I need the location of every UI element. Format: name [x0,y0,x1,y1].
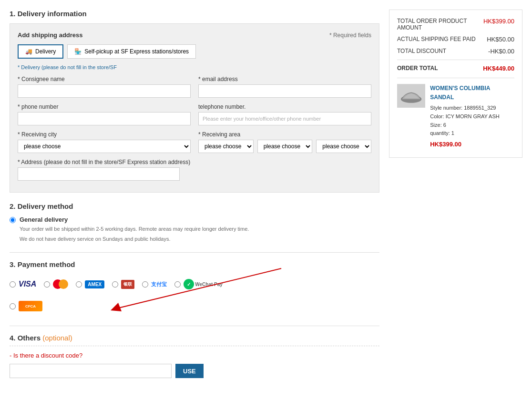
telephone-group: telephone number. [198,103,371,125]
shipping-fee-value: HK$50.00 [487,36,514,43]
receiving-city-group: * Receiving city please choose [18,131,191,153]
delivery-tabs: 🚚 Delivery 🏪 Self-pickup at SF Express s… [18,44,371,59]
receiving-area-label: * Receiving area [198,131,371,138]
wechat-label: WeChat Pay [195,282,223,287]
delivery-method-section: 2. Delivery method General delivery Your… [10,202,379,243]
dashed-divider [10,346,379,346]
consignee-label: * Consignee name [18,76,191,82]
address-input[interactable] [18,167,180,181]
unionpay-radio[interactable] [112,281,118,288]
visa-radio[interactable] [10,281,16,288]
product-quantity: quantity: 1 [430,129,514,138]
visa-logo: VISA [19,280,36,288]
others-section: 4. Others (optional) - Is there a discou… [10,334,379,378]
payment-options-row: VISA AMEX 银联 [10,274,379,294]
optional-label: (optional) [42,334,72,342]
use-button[interactable]: USE [175,364,204,378]
payment-options-row-2: CFCA [10,296,379,316]
order-total-row: ORDER TOTAL HK$449.00 [397,60,514,72]
product-details: WOMEN'S COLUMBIA SANDAL Style number: 18… [430,84,514,150]
product-image [397,84,425,108]
alipay-logo: 支付宝 [151,281,167,288]
mc-circle-yellow [59,279,68,289]
payment-method-section: 3. Payment method VISA AMEX [10,260,379,316]
order-sidebar: TOTAL ORDER PRODUCT AMOUNT HK$399.00 ACT… [389,10,522,378]
wechat-logo: ✓ WeChat Pay [184,279,223,289]
product-thumbnail [397,84,425,108]
total-product-label: TOTAL ORDER PRODUCT AMOUNT [397,18,483,31]
consignee-email-row: * Consignee name * email address [18,76,371,98]
discount-row-summary: TOTAL DISCOUNT -HK$0.00 [397,48,514,55]
delivery-note: * Delivery (please do not fill in the st… [18,64,371,70]
others-title: 4. Others (optional) [10,334,379,342]
cfca-logo: CFCA [19,301,42,311]
email-input[interactable] [198,84,371,98]
order-summary-box: TOTAL ORDER PRODUCT AMOUNT HK$399.00 ACT… [389,10,522,158]
total-product-value: HK$399.00 [483,18,514,31]
discount-toggle[interactable]: - Is there a discount code? [10,352,379,359]
unionpay-logo: 银联 [121,280,134,289]
payment-option-amex: AMEX [76,280,104,288]
phone-input[interactable] [18,112,191,125]
consignee-input[interactable] [18,84,191,98]
shipping-fee-label: ACTUAL SHIPPING FEE PAID [397,36,476,43]
receiving-city-label: * Receiving city [18,131,191,138]
amex-radio[interactable] [76,281,82,288]
payment-method-title: 3. Payment method [10,260,379,268]
amex-logo: AMEX [85,280,104,288]
general-delivery-option: General delivery Your order will be ship… [10,216,379,243]
cfca-radio[interactable] [10,303,16,309]
wechat-radio[interactable] [174,281,181,288]
delivery-icon: 🚚 [25,48,32,55]
delivery-info-title: 1. Delivery information [10,10,379,18]
selfpickup-tab[interactable]: 🏪 Self-pickup at SF Express stations/sto… [67,44,196,59]
product-name: WOMEN'S COLUMBIA SANDAL [430,84,514,102]
divider-1 [10,252,379,253]
receiving-area-select-3[interactable]: please choose [316,140,371,153]
order-total-value: HK$449.00 [483,65,514,72]
phone-group: * phone number [18,103,191,125]
email-group: * email address [198,76,371,98]
payment-option-alipay: 支付宝 [142,281,167,288]
telephone-input[interactable] [198,112,371,125]
mastercard-logo [53,279,68,289]
delivery-method-title: 2. Delivery method [10,202,379,210]
payment-option-mastercard [44,279,68,289]
payment-option-cfca: CFCA [10,301,42,311]
delivery-info-box: Add shipping address * Required fields 🚚… [10,23,379,193]
divider-2 [10,326,379,326]
delivery-desc-2: We do not have delivery service on Sunda… [20,235,249,243]
add-shipping-label: Add shipping address [18,31,83,39]
discount-code-input[interactable] [10,364,172,378]
receiving-area-row: please choose please choose please choos… [198,140,371,153]
wechat-circle: ✓ [184,279,194,289]
required-note: * Required fields [329,32,371,39]
product-size: Size: 6 [430,121,514,130]
address-group: * Address (please do not fill in the sto… [18,159,371,181]
alipay-radio[interactable] [142,281,148,288]
discount-row: USE [10,364,379,378]
product-item: WOMEN'S COLUMBIA SANDAL Style number: 18… [397,78,514,150]
discount-label: TOTAL DISCOUNT [397,48,446,55]
order-total-label: ORDER TOTAL [397,65,438,72]
product-style: Style number: 1889551_329 [430,104,514,113]
receiving-area-select-2[interactable]: please choose [257,140,313,153]
receiving-city-select[interactable]: please choose [18,140,191,153]
city-area-row: * Receiving city please choose * Receivi… [18,131,371,153]
receiving-area-select-1[interactable]: please choose [198,140,254,153]
phone-label: * phone number [18,103,191,110]
product-color: Color: ICY MORN GRAY ASH [430,113,514,121]
delivery-tab[interactable]: 🚚 Delivery [18,44,63,59]
general-delivery-radio[interactable] [10,217,16,223]
mastercard-radio[interactable] [44,281,50,288]
discount-value: -HK$0.00 [488,48,514,55]
payment-option-visa: VISA [10,280,36,288]
delivery-desc-1: Your order will be shipped within 2-5 wo… [20,225,249,233]
consignee-group: * Consignee name [18,76,191,98]
store-icon: 🏪 [74,48,82,55]
email-label: * email address [198,76,371,82]
shipping-fee-row: ACTUAL SHIPPING FEE PAID HK$50.00 [397,36,514,43]
payment-option-unionpay: 银联 [112,280,134,289]
general-delivery-label: General delivery [20,216,249,223]
product-price: HK$399.00 [430,140,514,150]
